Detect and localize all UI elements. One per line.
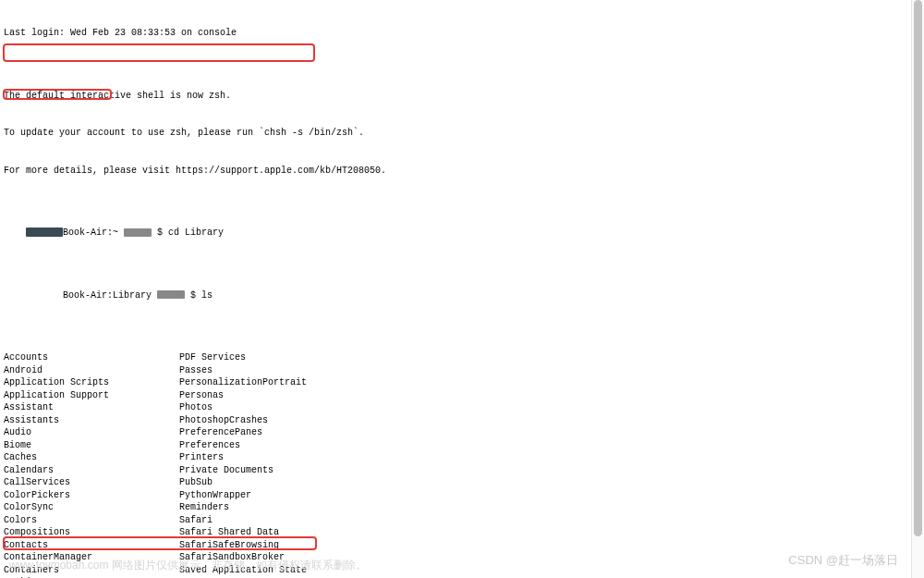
list-item: Assistants	[4, 414, 179, 427]
list-item: PersonalizationPortrait	[179, 376, 920, 389]
prompt-cmd: $ cd Library	[157, 228, 224, 238]
list-row: CallServicesPubSub	[4, 476, 920, 489]
list-item: Assistant	[4, 401, 179, 414]
watermark-left: www.toymoban.com 网络图片仅供展示，非存储，如有侵权请联系删除。	[9, 558, 367, 572]
zsh-notice-1: The default interactive shell is now zsh…	[4, 90, 920, 103]
list-row: ColorSyncReminders	[4, 501, 920, 514]
list-item: PDF Services	[179, 351, 920, 364]
prompt-cd-library: Book-Air:~ $ cd Library	[4, 215, 920, 252]
list-item: Passes	[179, 364, 920, 377]
list-item: Personas	[179, 389, 920, 402]
list-item: ColorPickers	[4, 489, 179, 502]
list-item: Calendars	[4, 464, 179, 477]
list-row: Application SupportPersonas	[4, 389, 920, 402]
scrollbar[interactable]	[911, 0, 924, 578]
list-item: PreferencePanes	[179, 426, 920, 439]
list-item: CallServices	[4, 476, 179, 489]
watermark-right: CSDN @赶一场落日	[788, 552, 898, 569]
list-row: ColorPickersPythonWrapper	[4, 489, 920, 502]
list-item: Private Documents	[179, 464, 920, 477]
prompt-ls: Book-Air:Library $ ls	[4, 277, 920, 314]
list-item: Printers	[179, 451, 920, 464]
list-row: AssistantPhotos	[4, 401, 920, 414]
redacted-user	[124, 228, 152, 237]
list-item: Reminders	[179, 501, 920, 514]
list-item: ColorSync	[4, 501, 179, 514]
list-row: CachesPrinters	[4, 451, 920, 464]
highlight-box-app-support	[3, 89, 112, 100]
list-item: PhotoshopCrashes	[179, 414, 920, 427]
list-row: CalendarsPrivate Documents	[4, 464, 920, 477]
scrollbar-thumb[interactable]	[914, 0, 922, 536]
list-row: ColorsSafari	[4, 514, 920, 527]
last-login-line: Last login: Wed Feb 23 08:33:53 on conso…	[4, 27, 920, 40]
list-row: AccountsPDF Services	[4, 351, 920, 364]
redacted-user	[26, 228, 63, 237]
prompt-cmd: $ ls	[190, 290, 213, 301]
list-item: Application Support	[4, 389, 179, 402]
list-item: Preferences	[179, 439, 920, 452]
list-item: Caches	[4, 451, 179, 464]
list-item: Accounts	[4, 351, 179, 364]
list-item: Audio	[4, 426, 179, 439]
list-item: Biome	[4, 439, 179, 452]
list-item: PythonWrapper	[179, 489, 920, 502]
prompt-host: Book-Air:Library	[63, 290, 157, 301]
list-item: Colors	[4, 514, 179, 527]
prompt-host: Book-Air:~	[63, 228, 124, 238]
list-item: Application Scripts	[4, 376, 179, 389]
list-item: Safari	[179, 514, 920, 527]
highlight-box-commands	[3, 43, 315, 62]
highlight-box-cd-command	[3, 536, 317, 550]
list-item: PubSub	[179, 476, 920, 489]
list-row: AudioPreferencePanes	[4, 426, 920, 439]
list-row: BiomePreferences	[4, 439, 920, 452]
redacted-user	[157, 290, 185, 299]
terminal-window[interactable]: Last login: Wed Feb 23 08:33:53 on conso…	[0, 0, 924, 578]
list-item: Photos	[179, 401, 920, 414]
list-row: Application ScriptsPersonalizationPortra…	[4, 376, 920, 389]
zsh-notice-3: For more details, please visit https://s…	[4, 165, 920, 178]
list-row: AssistantsPhotoshopCrashes	[4, 414, 920, 427]
list-row: AndroidPasses	[4, 364, 920, 377]
zsh-notice-2: To update your account to use zsh, pleas…	[4, 127, 920, 140]
list-item: Android	[4, 364, 179, 377]
